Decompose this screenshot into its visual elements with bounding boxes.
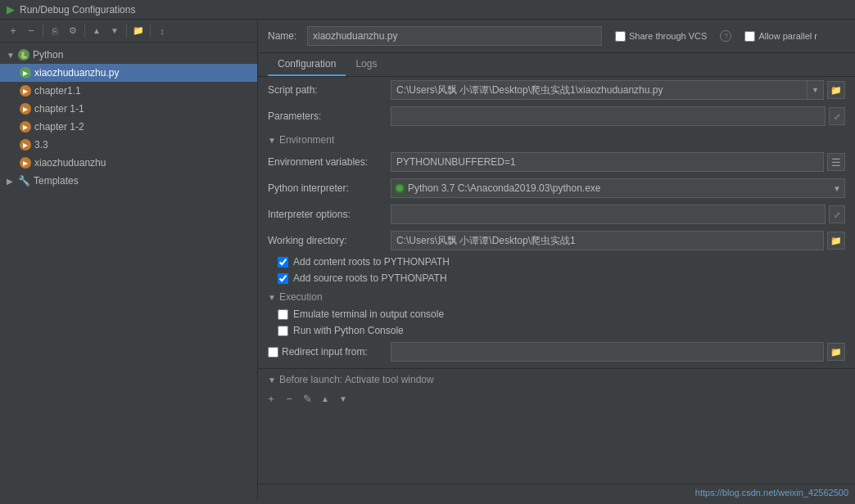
script-path-container: ▼ [391,80,824,100]
emulate-terminal-checkbox[interactable] [278,309,288,320]
add-content-roots-label: Add content roots to PYTHONPATH [293,256,450,268]
toolbar-divider-3 [126,25,127,38]
tree-item-xiaozhuduanzhu-py[interactable]: ▶ xiaozhuduanzhu.py [0,64,257,82]
window-title: Run/Debug Configurations [20,4,135,16]
folder-button[interactable]: 📁 [130,23,147,39]
script-path-dropdown[interactable]: ▼ [808,80,824,100]
add-content-roots-row: Add content roots to PYTHONPATH [258,254,855,270]
python-interpreter-label: Python interpreter: [268,182,391,194]
env-variables-input[interactable] [391,152,824,172]
run-with-python-console-row: Run with Python Console [258,322,855,339]
tree-item-chapter-1-1[interactable]: ▶ chapter 1-1 [0,100,257,118]
parameters-input[interactable] [391,106,826,126]
tree-item-label-6: xiaozhuduanzhu [34,157,106,169]
tree-item-chapter-1-2[interactable]: ▶ chapter 1-2 [0,118,257,136]
redirect-input-field: 📁 [391,342,845,362]
execution-arrow: ▼ [268,293,276,302]
tree-item-label-4: chapter 1-2 [34,121,84,133]
python-group[interactable]: ▼ 🐍 Python [0,46,257,64]
execution-section-header[interactable]: ▼ Execution [258,286,855,306]
tree-item-chapter1-1[interactable]: ▶ chapter1.1 [0,82,257,100]
redirect-input-checkbox[interactable] [268,347,278,358]
working-directory-browse-btn[interactable]: 📁 [827,232,845,250]
parameters-expand-btn[interactable]: ⤢ [829,107,845,125]
bottom-bar: https://blog.csdn.net/weixin_42562500 [258,484,855,501]
bottom-link[interactable]: https://blog.csdn.net/weixin_42562500 [695,488,848,497]
environment-section-header[interactable]: ▼ Environment [258,129,855,149]
arrow-up-button[interactable]: ▲ [88,23,105,39]
form-content: Script path: ▼ 📁 Parameters: ⤢ [258,77,855,484]
script-path-browse-btn[interactable]: 📁 [827,81,845,99]
run-icon-orange-4: ▶ [20,139,31,151]
add-button[interactable]: + [5,23,21,39]
script-path-input[interactable] [391,80,808,100]
python-group-icon: 🐍 [18,49,29,61]
before-launch-header[interactable]: ▼ Before launch: Activate tool window [258,369,855,389]
toolbar-divider-2 [84,25,85,38]
run-debug-icon: ▶ [7,3,15,16]
before-launch-up-btn[interactable]: ▲ [317,390,333,407]
tree-item-3-3[interactable]: ▶ 3.3 [0,136,257,154]
name-input[interactable] [307,26,602,46]
run-icon-orange-5: ▶ [20,157,31,169]
add-content-roots-checkbox[interactable] [278,257,288,268]
before-launch-edit-btn[interactable]: ✎ [299,390,315,407]
working-directory-field: 📁 [391,231,845,250]
arrow-down-button[interactable]: ▼ [106,23,123,39]
remove-button[interactable]: − [23,23,39,39]
redirect-input-browse-btn[interactable]: 📁 [827,343,845,361]
share-vcs-checkbox[interactable] [615,31,626,42]
script-path-row: Script path: ▼ 📁 [258,77,855,103]
before-launch-section: ▼ Before launch: Activate tool window + … [258,368,855,408]
interpreter-options-row: Interpreter options: ⤢ [258,201,855,227]
share-vcs-label: Share through VCS [615,31,707,42]
interpreter-box[interactable]: Python 3.7 C:\Anaconda2019.03\python.exe… [391,178,845,198]
run-with-python-console-checkbox[interactable] [278,326,288,336]
env-variables-field: ☰ [391,152,845,172]
allow-parallel-checkbox[interactable] [744,31,755,42]
interpreter-dropdown-arrow[interactable]: ▼ [833,184,841,193]
tab-logs[interactable]: Logs [346,53,387,76]
before-launch-label: Before launch: Activate tool window [279,374,434,385]
vcs-help-icon[interactable]: ? [720,30,731,42]
right-panel: Name: Share through VCS ? Allow parallel… [258,20,855,501]
templates-expand-arrow: ▶ [7,177,15,186]
tree-item-label-2: chapter1.1 [34,85,81,97]
toolbar-divider-4 [150,25,151,38]
run-icon-orange-3: ▶ [20,121,31,133]
copy-button[interactable]: ⎘ [47,23,63,39]
before-launch-add-btn[interactable]: + [263,390,279,407]
toolbar-divider-1 [43,25,43,38]
wrench-icon: 🔧 [18,175,30,187]
interpreter-options-expand-btn[interactable]: ⤢ [829,205,845,223]
before-launch-down-btn[interactable]: ▼ [335,390,351,407]
tree-item-xiaozhuduanzhu[interactable]: ▶ xiaozhuduanzhu [0,154,257,172]
templates-label: Templates [34,175,79,187]
python-interpreter-row: Python interpreter: Python 3.7 C:\Anacon… [258,175,855,201]
interpreter-options-label: Interpreter options: [268,209,391,220]
sidebar: + − ⎘ ⚙ ▲ ▼ 📁 ↕ ▼ 🐍 Python ▶ xiaozhu [0,20,258,501]
sort-button[interactable]: ↕ [154,23,170,39]
tree-item-label-1: xiaozhuduanzhu.py [34,67,119,79]
add-source-roots-checkbox[interactable] [278,273,288,284]
working-directory-input[interactable] [391,231,824,250]
settings-button[interactable]: ⚙ [65,23,81,39]
share-vcs-text: Share through VCS [629,31,707,41]
script-path-label-text: Script path: [268,84,318,96]
execution-label: Execution [279,291,323,303]
env-variables-row: Environment variables: ☰ [258,149,855,175]
templates-row[interactable]: ▶ 🔧 Templates [0,172,257,190]
tab-configuration[interactable]: Configuration [268,53,346,76]
tabs-bar: Configuration Logs [258,53,855,77]
redirect-input-input[interactable] [391,342,824,362]
title-bar: ▶ Run/Debug Configurations [0,0,855,20]
before-launch-toolbar: + − ✎ ▲ ▼ [258,389,855,408]
env-variables-edit-btn[interactable]: ☰ [827,153,845,171]
script-path-label: Script path: [268,84,391,96]
working-directory-label: Working directory: [268,235,391,246]
run-icon-orange-1: ▶ [20,85,31,97]
python-group-label: Python [33,49,63,61]
before-launch-remove-btn[interactable]: − [281,390,297,407]
interpreter-options-input[interactable] [391,205,826,224]
working-directory-row: Working directory: 📁 [258,227,855,254]
